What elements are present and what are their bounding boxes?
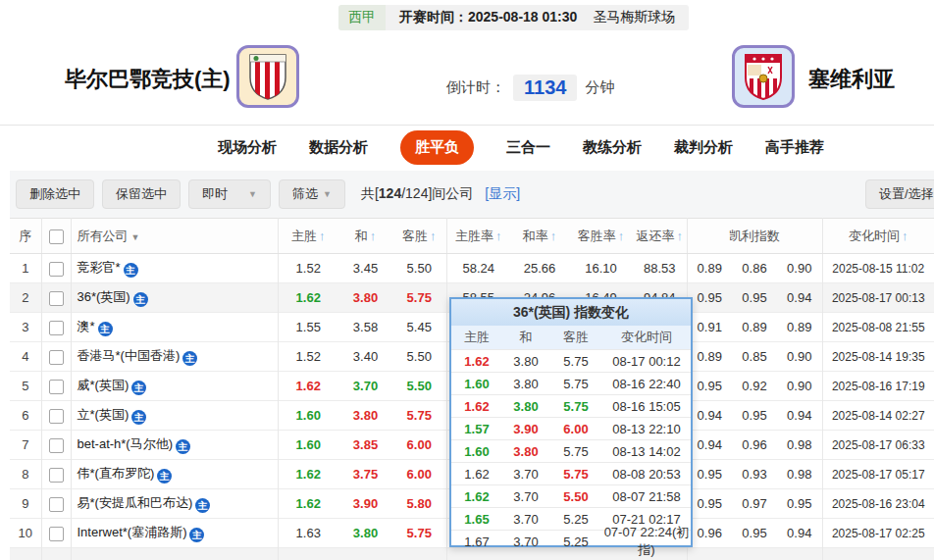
header-change-time[interactable]: 变化时间↑ [822, 219, 934, 254]
popup-odds-value: 3.90 [502, 422, 549, 436]
venue-label: 圣马梅斯球场 [593, 9, 675, 26]
popup-odds-value: 3.80 [502, 399, 549, 414]
popup-odds-value: 3.70 [502, 467, 549, 482]
company-name[interactable]: 立*(英国) [78, 407, 130, 422]
header-seq[interactable]: 序 [10, 219, 41, 254]
settings-select-button[interactable]: 设置/选择 [865, 179, 934, 209]
header-home-rate[interactable]: 主胜率↑ [446, 219, 510, 254]
popup-change-time: 08-07 21:58 [602, 489, 691, 504]
row-checkbox[interactable] [49, 291, 64, 306]
chevron-down-icon: ▼ [323, 189, 332, 199]
odds-cell: 1.62 [278, 460, 338, 489]
tab-referee-analysis[interactable]: 裁判分析 [674, 138, 733, 157]
company-name[interactable]: 澳* [78, 319, 95, 333]
company-cell: 易*(安提瓜和巴布达)主 [71, 489, 278, 519]
row-seq: 7 [10, 431, 41, 460]
row-checkbox[interactable] [49, 262, 64, 277]
company-name[interactable]: 36*(英国) [78, 289, 130, 304]
popup-odds-row: 1.623.805.7508-16 15:05 [451, 394, 691, 417]
header-draw-odds[interactable]: 和↑ [338, 219, 392, 254]
header-home-odds[interactable]: 主胜↑ [278, 219, 338, 254]
row-checkbox[interactable] [49, 350, 64, 365]
header-away-rate[interactable]: 客胜率↑ [569, 219, 633, 254]
company-cell: 香港马*(中国香港)主 [71, 342, 278, 372]
row-checkbox-cell [41, 431, 71, 460]
company-badge-icon: 主 [182, 351, 197, 366]
popup-odds-value: 1.62 [451, 354, 502, 369]
popup-odds-value: 5.75 [549, 377, 602, 391]
odds-cell: 3.75 [338, 460, 392, 489]
odds-cell: 1.60 [278, 401, 338, 431]
row-checkbox[interactable] [49, 409, 64, 424]
odds-cell: 3.45 [338, 254, 392, 283]
tab-win-draw-lose[interactable]: 胜平负 [400, 130, 474, 165]
company-name[interactable]: Interwet*(塞浦路斯) [78, 525, 187, 539]
change-time-cell: 2025-08-15 11:02 [822, 254, 934, 283]
company-badge-icon: 主 [98, 322, 113, 336]
kelly-cell: 0.92 [732, 372, 777, 401]
company-name[interactable]: 香港马*(中国香港) [78, 348, 181, 363]
odds-cell: 1.62 [278, 489, 338, 519]
kelly-cell: 0.95 [732, 519, 777, 548]
tab-coach-analysis[interactable]: 教练分析 [583, 138, 642, 157]
kelly-cell: 0.91 [687, 313, 732, 342]
odds-cell: 5.50 [392, 254, 446, 283]
delete-selected-button[interactable]: 删除选中 [16, 179, 94, 209]
row-checkbox[interactable] [49, 468, 64, 483]
kelly-cell: 0.95 [687, 372, 732, 401]
row-checkbox-cell [41, 460, 71, 489]
company-name[interactable]: 威*(英国) [78, 378, 130, 392]
popup-odds-value: 5.75 [549, 444, 602, 459]
row-checkbox-cell [41, 489, 71, 519]
row-checkbox-cell [41, 342, 71, 372]
kelly-cell: 0.96 [687, 519, 732, 548]
kelly-cell: 0.86 [732, 254, 777, 283]
sort-asc-icon: ↑ [677, 229, 684, 243]
header-company[interactable]: 所有公司▼ [71, 219, 278, 254]
sort-asc-icon: ↑ [319, 229, 326, 243]
popup-odds-row: 1.623.805.7508-17 00:12 [451, 349, 691, 372]
company-name[interactable]: 竞彩官* [78, 260, 121, 275]
kelly-cell: 0.85 [732, 342, 777, 372]
row-checkbox[interactable] [49, 321, 64, 335]
row-checkbox-cell [41, 313, 71, 342]
odds-cell: 1.55 [278, 313, 338, 342]
company-badge-icon: 主 [131, 410, 146, 425]
empty-cell [687, 548, 732, 560]
match-info: 开赛时间：2025-08-18 01:30 圣马梅斯球场 [386, 5, 689, 30]
tab-live-analysis[interactable]: 现场分析 [218, 138, 277, 157]
tab-three-in-one[interactable]: 三合一 [506, 138, 550, 157]
popup-odds-value: 5.25 [549, 512, 602, 527]
select-all-checkbox[interactable] [49, 229, 64, 244]
header-return-rate[interactable]: 返还率↑ [633, 219, 687, 254]
table-header-row: 序 所有公司▼ 主胜↑ 和↑ 客胜↑ 主胜率↑ 和率↑ 客胜率↑ 返还率↑ 凯利… [10, 219, 934, 254]
row-seq: 1 [10, 254, 41, 283]
odds-cell: 1.52 [278, 254, 338, 283]
company-cell: 36*(英国)主 [71, 283, 278, 313]
company-name[interactable]: bet-at-h*(马尔他) [78, 436, 174, 451]
filter-dropdown[interactable]: 筛选▼ [279, 179, 345, 209]
row-checkbox[interactable] [49, 380, 64, 394]
row-checkbox[interactable] [49, 527, 64, 541]
popup-odds-row: 1.673.705.2507-07 22:24(初指) [451, 530, 691, 552]
header-away-odds[interactable]: 客胜↑ [392, 219, 446, 254]
kelly-cell: 0.94 [777, 283, 822, 313]
live-odds-dropdown[interactable]: 即时▼ [188, 179, 271, 209]
tab-expert-picks[interactable]: 高手推荐 [765, 138, 824, 157]
odds-cell: 3.40 [338, 342, 392, 372]
tab-data-analysis[interactable]: 数据分析 [309, 138, 368, 157]
keep-selected-button[interactable]: 保留选中 [102, 179, 181, 209]
popup-header-time: 变化时间 [602, 329, 691, 346]
popup-odds-row: 1.573.906.0008-13 22:10 [451, 417, 691, 439]
header-draw-rate[interactable]: 和率↑ [510, 219, 569, 254]
change-time-cell: 2025-08-16 17:19 [822, 372, 934, 401]
empty-cell [732, 548, 777, 560]
rate-cell: 88.53 [633, 254, 687, 283]
company-name[interactable]: 伟*(直布罗陀) [78, 466, 155, 481]
popup-change-time: 08-13 14:02 [602, 444, 691, 459]
row-checkbox[interactable] [49, 497, 64, 512]
row-checkbox[interactable] [49, 438, 64, 453]
popup-header-draw: 和 [502, 329, 549, 346]
company-name[interactable]: 易*(安提瓜和巴布达) [78, 495, 193, 510]
show-link[interactable]: [显示] [485, 185, 520, 203]
